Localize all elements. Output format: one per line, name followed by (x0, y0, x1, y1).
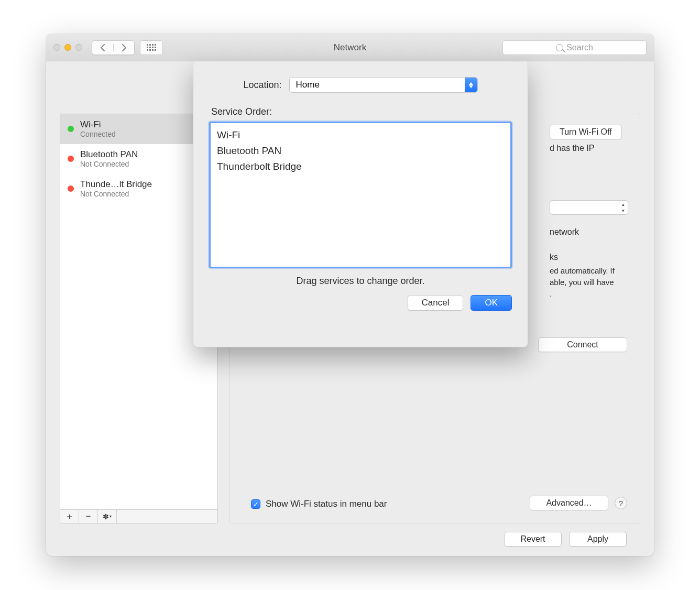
checkmark-icon: ✓ (253, 500, 259, 508)
zoom-window-button[interactable] (75, 44, 82, 51)
advanced-row: Advanced… ? (530, 496, 627, 510)
chevron-down-icon: ▾ (110, 514, 112, 519)
sheet-buttons: Cancel OK (209, 295, 512, 311)
sidebar-footer: ＋ − ✽ ▾ (60, 509, 217, 523)
revert-button[interactable]: Revert (504, 532, 562, 547)
search-icon (556, 44, 563, 51)
status-dot-icon (68, 185, 74, 192)
order-item[interactable]: Thunderbolt Bridge (216, 159, 505, 174)
show-in-menubar-checkbox[interactable]: ✓ (251, 499, 260, 509)
cancel-button[interactable]: Cancel (408, 295, 464, 311)
service-actions-menu[interactable]: ✽ ▾ (98, 510, 117, 523)
back-button[interactable] (92, 44, 113, 51)
order-item[interactable]: Wi-Fi (216, 127, 505, 143)
titlebar: Network Search (46, 34, 654, 61)
apply-button[interactable]: Apply (569, 532, 627, 547)
chevron-right-icon (122, 44, 127, 51)
grid-icon (147, 44, 156, 51)
text-fragment: network (550, 227, 628, 237)
forward-button[interactable] (113, 44, 134, 51)
status-dot-icon (68, 156, 74, 162)
auto-join-text-fragment: ed automatically. If able, you will have… (550, 265, 628, 299)
drag-hint: Drag services to change order. (209, 276, 512, 287)
add-service-button[interactable]: ＋ (60, 510, 79, 523)
status-dot-icon (68, 126, 74, 132)
show-in-menubar-row: ✓ Show Wi-Fi status in menu bar (251, 499, 387, 509)
service-order-sheet: Location: Home Service Order: Wi-Fi Blue… (193, 61, 528, 347)
service-name: Wi-Fi (80, 119, 116, 130)
window-footer: Revert Apply (60, 523, 640, 547)
order-item[interactable]: Bluetooth PAN (216, 143, 505, 159)
location-value: Home (296, 80, 320, 90)
location-label: Location: (243, 80, 281, 91)
show-all-button[interactable] (140, 40, 163, 55)
gear-icon: ✽ (103, 512, 109, 521)
service-status: Not Connected (80, 160, 138, 168)
window-controls (53, 44, 82, 51)
help-button[interactable]: ? (615, 497, 627, 509)
service-status: Connected (80, 130, 116, 138)
service-order-list[interactable]: Wi-Fi Bluetooth PAN Thunderbolt Bridge (209, 122, 512, 268)
ip-text-fragment: d has the IP (550, 144, 628, 153)
show-in-menubar-label: Show Wi-Fi status in menu bar (266, 499, 387, 509)
close-window-button[interactable] (53, 44, 60, 51)
stepper-icon: ▴▾ (622, 202, 625, 213)
remove-service-button[interactable]: − (79, 510, 98, 523)
nav-back-forward (92, 40, 135, 55)
minimize-window-button[interactable] (64, 44, 71, 51)
advanced-button[interactable]: Advanced… (530, 496, 608, 510)
location-row: Location: Home (209, 77, 512, 93)
network-select[interactable]: ▴▾ (550, 200, 628, 215)
obscured-content: Turn Wi-Fi Off d has the IP ▴▾ network k… (550, 125, 628, 299)
popup-arrows-icon (465, 78, 477, 92)
text-fragment: ks (550, 253, 628, 262)
turn-wifi-off-button[interactable]: Turn Wi-Fi Off (550, 125, 622, 139)
service-order-label: Service Order: (211, 106, 512, 117)
search-placeholder: Search (566, 43, 593, 52)
service-name: Thunde…lt Bridge (80, 179, 152, 190)
connect-button[interactable]: Connect (538, 337, 627, 352)
chevron-left-icon (100, 44, 105, 51)
search-field[interactable]: Search (502, 40, 647, 55)
service-status: Not Connected (80, 190, 152, 198)
service-name: Bluetooth PAN (80, 149, 138, 160)
location-popup[interactable]: Home (289, 77, 478, 93)
ok-button[interactable]: OK (471, 295, 512, 311)
preferences-window: Network Search Wi-Fi Connected (46, 34, 654, 556)
sidebar-footer-fill (117, 510, 217, 523)
